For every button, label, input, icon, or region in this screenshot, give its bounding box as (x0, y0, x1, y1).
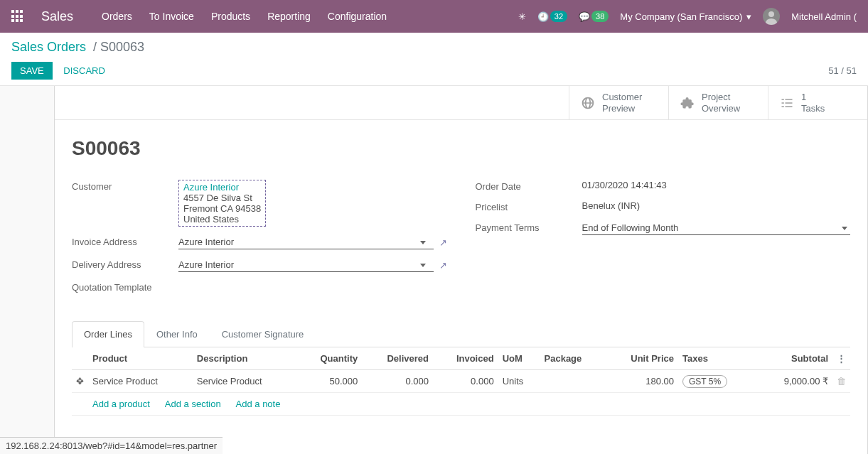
activities-icon[interactable]: 🕘32 (537, 11, 567, 22)
top-nav: Sales Orders To Invoice Products Reporti… (0, 0, 868, 33)
label-delivery-address: Delivery Address (72, 258, 178, 270)
add-row: Add a product Add a section Add a note (88, 393, 850, 416)
label-invoice-address: Invoice Address (72, 235, 178, 247)
th-description: Description (193, 347, 297, 370)
tab-order-lines[interactable]: Order Lines (72, 321, 144, 347)
tasks-icon (780, 96, 794, 110)
order-title: S00063 (72, 137, 850, 160)
th-product: Product (88, 347, 193, 370)
messages-icon[interactable]: 💬38 (579, 11, 609, 22)
menu-to-invoice[interactable]: To Invoice (149, 11, 194, 22)
menu-orders[interactable]: Orders (102, 11, 132, 22)
cell-uom[interactable]: Units (498, 370, 540, 393)
messages-badge: 38 (591, 11, 609, 22)
sheet-wrap: CustomerPreview ProjectOverview 1Tasks S… (0, 86, 868, 454)
th-delivered: Delivered (362, 347, 433, 370)
stat-project-overview[interactable]: ProjectOverview (668, 86, 768, 119)
puzzle-icon (680, 96, 695, 110)
user-name[interactable]: Mitchell Admin ( (791, 11, 857, 22)
stat-buttons: CustomerPreview ProjectOverview 1Tasks (55, 86, 867, 120)
control-panel: Sales Orders / S00063 SAVE DISCARD 51 / … (0, 33, 868, 86)
customer-addr-3: United States (183, 214, 261, 225)
th-unit-price: Unit Price (605, 347, 678, 370)
cell-invoiced[interactable]: 0.000 (433, 370, 498, 393)
cell-subtotal: 9,000.00 ₹ (758, 370, 832, 393)
th-taxes: Taxes (678, 347, 758, 370)
external-link-icon[interactable]: ↗ (439, 260, 447, 271)
table-row[interactable]: ✥ Service Product Service Product 50.000… (72, 370, 850, 393)
th-uom: UoM (498, 347, 540, 370)
payment-terms-field[interactable] (582, 221, 851, 235)
menu-reporting[interactable]: Reporting (267, 11, 311, 22)
pager[interactable]: 51 / 51 (828, 65, 857, 76)
label-quotation-template: Quotation Template (72, 281, 178, 293)
order-lines-table: Product Description Quantity Delivered I… (72, 347, 850, 416)
globe-icon (581, 96, 595, 110)
th-quantity: Quantity (297, 347, 363, 370)
kebab-icon[interactable]: ⋮ (837, 353, 846, 364)
avatar[interactable] (763, 8, 780, 25)
activities-badge: 32 (550, 11, 567, 22)
debug-icon[interactable]: ✳ (518, 11, 526, 22)
tab-other-info[interactable]: Other Info (144, 321, 210, 347)
label-pricelist: Pricelist (476, 200, 582, 212)
form-sheet: CustomerPreview ProjectOverview 1Tasks S… (54, 86, 868, 454)
customer-addr-1: 4557 De Silva St (183, 193, 261, 203)
label-payment-terms: Payment Terms (476, 221, 582, 233)
menu-configuration[interactable]: Configuration (328, 11, 387, 22)
delivery-address-field[interactable] (178, 258, 434, 272)
th-invoiced: Invoiced (433, 347, 498, 370)
pricelist-value: Benelux (INR) (582, 200, 851, 211)
cell-unit-price[interactable]: 180.00 (605, 370, 678, 393)
col-left: Customer Azure Interior 4557 De Silva St… (72, 180, 447, 301)
add-note-link[interactable]: Add a note (236, 399, 281, 409)
add-product-link[interactable]: Add a product (92, 399, 150, 409)
order-date-value: 01/30/2020 14:41:43 (582, 180, 851, 190)
tab-customer-signature[interactable]: Customer Signature (210, 321, 316, 347)
company-selector[interactable]: My Company (San Francisco) ▾ (620, 11, 751, 22)
chevron-down-icon: ▾ (746, 11, 751, 22)
th-package: Package (540, 347, 606, 370)
breadcrumb: Sales Orders / S00063 (11, 40, 857, 55)
cell-quantity[interactable]: 50.000 (297, 370, 363, 393)
breadcrumb-current: S00063 (100, 40, 144, 54)
menu-products[interactable]: Products (211, 11, 250, 22)
main-menu: Orders To Invoice Products Reporting Con… (102, 11, 518, 22)
cell-taxes[interactable]: GST 5% (678, 370, 758, 393)
external-link-icon[interactable]: ↗ (439, 237, 447, 248)
customer-addr-2: Fremont CA 94538 (183, 203, 261, 214)
stat-customer-preview[interactable]: CustomerPreview (569, 86, 668, 119)
label-customer: Customer (72, 180, 178, 192)
apps-icon[interactable] (11, 10, 24, 23)
invoice-address-field[interactable] (178, 235, 434, 249)
add-section-link[interactable]: Add a section (165, 399, 221, 409)
nav-right: ✳ 🕘32 💬38 My Company (San Francisco) ▾ M… (518, 8, 857, 25)
customer-name: Azure Interior (183, 182, 261, 193)
tabs: Order Lines Other Info Customer Signatur… (72, 321, 850, 347)
label-order-date: Order Date (476, 180, 582, 192)
discard-button[interactable]: DISCARD (55, 62, 114, 80)
browser-status-bar: 192.168.2.24:8013/web?#id=14&model=res.p… (0, 437, 223, 454)
drag-handle-icon[interactable]: ✥ (72, 370, 88, 393)
stat-tasks[interactable]: 1Tasks (768, 86, 867, 119)
cell-package[interactable] (540, 370, 606, 393)
save-button[interactable]: SAVE (11, 62, 53, 80)
trash-icon[interactable]: 🗑 (837, 376, 846, 387)
cell-product[interactable]: Service Product (88, 370, 193, 393)
cell-description[interactable]: Service Product (193, 370, 297, 393)
th-subtotal: Subtotal (758, 347, 832, 370)
cell-delivered[interactable]: 0.000 (362, 370, 433, 393)
tax-tag: GST 5% (682, 375, 727, 388)
col-right: Order Date 01/30/2020 14:41:43 Pricelist… (476, 180, 851, 301)
app-brand[interactable]: Sales (41, 9, 73, 24)
company-name: My Company (San Francisco) (620, 11, 742, 22)
breadcrumb-root[interactable]: Sales Orders (11, 40, 86, 54)
customer-field[interactable]: Azure Interior 4557 De Silva St Fremont … (178, 180, 266, 227)
